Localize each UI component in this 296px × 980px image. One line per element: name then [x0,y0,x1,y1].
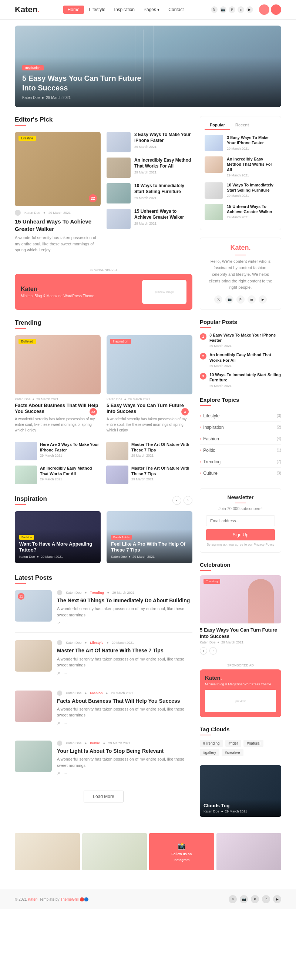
footer-pinterest-icon[interactable]: P [251,895,259,903]
insp-prev-btn[interactable]: ‹ [173,496,181,505]
youtube-icon[interactable]: ▶ [247,6,253,13]
lp-more-icon[interactable]: ··· [63,621,66,625]
ep-num: 22 [89,194,97,202]
footer-twitter-icon[interactable]: 𝕏 [229,895,237,903]
tab-recent[interactable]: Recent [230,121,254,130]
lp-share-icon[interactable]: ↗ [57,721,60,725]
tag-creative[interactable]: #creative [222,749,244,756]
lp-item-4[interactable]: Katen Doe ● Public ● 29 March 2021 Your … [15,741,192,783]
ep-list-item[interactable]: 3 Easy Ways To Make Your iPhone Faster 2… [106,132,192,152]
lp-meta-1: Katen Doe ● Trending ● 29 March 2021 [57,590,192,595]
tag-trending[interactable]: #Trending [200,740,223,747]
topic-culture[interactable]: ›Culture (3) [200,468,281,479]
pp-item-1[interactable]: 1 3 Easy Ways To Make Your iPhone Faster… [200,332,281,348]
sidebar-post[interactable]: An Incredibly Easy Method That Works For… [204,156,276,177]
insta-item-1[interactable] [15,833,80,870]
lp-more-icon[interactable]: ··· [63,771,66,775]
insp-card-1[interactable]: Fashion Want To Have A More Appealing Ta… [15,511,101,563]
trend-card-1[interactable]: Bulleted 22 Katen Doe ● 29 March 2021 Fa… [15,335,101,436]
load-more-button[interactable]: Load More [84,791,123,802]
user-avatar-2[interactable] [271,5,281,15]
sponsored-banner[interactable]: Katen. Minimal Blog & Magazine WordPress… [15,274,192,310]
footer-themegrill-link[interactable]: ThemeGrill [60,897,78,901]
newsletter-title: Newsletter [206,495,275,500]
topic-inspiration[interactable]: ›Inspiration (2) [200,422,281,433]
footer-instagram-icon[interactable]: 📷 [240,895,248,903]
instagram-icon[interactable]: 📷 [220,6,226,13]
nav-contact[interactable]: Contact [165,6,187,14]
pp-item-2[interactable]: 2 An Incredibly Easy Method That Works F… [200,352,281,368]
nav-pages[interactable]: Pages ▾ [140,6,163,14]
site-logo[interactable]: Katen. [15,5,40,14]
topic-politic[interactable]: ›Politic (1) [200,445,281,456]
insta-item-center[interactable]: 📸 Follow us onInstagram [149,833,214,870]
nav-home[interactable]: Home [63,6,84,14]
trend-list-item[interactable]: Here Are 3 Ways To Make Your iPhone Fast… [15,442,101,460]
tag-gallery[interactable]: #gallery [200,749,219,756]
ep-list-item[interactable]: 10 Ways to Immediately Start Selling Fur… [106,183,192,204]
sidebar-post[interactable]: 15 Unheard Ways To Achieve Greater Walke… [204,204,276,220]
newsletter-note: By signing up, you agree to our Privacy … [206,542,275,546]
trend-excerpt-1: A wonderful serenity has taken possessio… [15,416,101,433]
newsletter-email-input[interactable] [206,515,275,526]
ep-featured-card[interactable]: Lifestyle 22 Katen Doe ● 29 March 2021 1… [15,132,101,257]
sidebar-sponsored-preview: preview [205,690,276,712]
cloud-tog-section[interactable]: Clouds Tog Katen Doe ● 29 March 2021 [200,765,281,817]
topic-lifestyle[interactable]: ›Lifestyle (3) [200,410,281,422]
sidebar: Popular Recent 3 Easy Ways To Make Your … [200,116,281,826]
sidebar-post[interactable]: 3 Easy Ways To Make Your iPhone Faster 2… [204,135,276,151]
lp-share-icon[interactable]: ↗ [57,671,60,675]
topic-fashion[interactable]: ›Fashion (4) [200,433,281,445]
about-youtube-icon[interactable]: ▶ [259,296,267,304]
pinterest-icon[interactable]: P [229,6,235,13]
footer-youtube-icon[interactable]: ▶ [273,895,281,903]
trend-list-item[interactable]: Master The Art Of Nature With These 7 Ti… [106,442,192,460]
lp-item-3[interactable]: Katen Doe ● Fashion ● 29 March 2021 Fact… [15,690,192,733]
about-linkedin-icon[interactable]: in [247,296,256,304]
twitter-icon[interactable]: 𝕏 [211,6,218,13]
lp-excerpt-2: A wonderful serenity has taken possessio… [57,656,192,668]
about-twitter-icon[interactable]: 𝕏 [214,296,222,304]
cel-prev-btn[interactable]: ‹ [200,647,207,655]
insta-item-4[interactable] [217,833,282,870]
insp-card-2[interactable]: Fresh Article Feel Like A Pro With The H… [106,511,192,563]
footer-katen-link[interactable]: Katen [28,897,37,901]
nav-lifestyle[interactable]: Lifestyle [85,6,109,14]
user-avatar-1[interactable] [259,5,269,15]
lp-excerpt-1: A wonderful serenity has taken possessio… [57,606,192,618]
lp-item-2[interactable]: Katen Doe ● Lifestyle ● 29 March 2021 Ma… [15,640,192,683]
tag-rider[interactable]: #rider [225,740,242,747]
celebration-card[interactable]: Trending [200,575,281,624]
cel-next-btn[interactable]: › [209,647,217,655]
topic-trending[interactable]: ›Trending (7) [200,456,281,468]
lp-more-icon[interactable]: ··· [63,671,66,675]
about-pinterest-icon[interactable]: P [236,296,245,304]
ep-list-item[interactable]: 15 Unheard Ways to Achieve Greater Walke… [106,209,192,229]
trend-card-2[interactable]: Inspiration 3 Katen Doe ● 29 March 2021 … [106,335,192,436]
lp-share-icon[interactable]: ↗ [57,771,60,775]
linkedin-icon[interactable]: in [237,6,244,13]
tl-title: Here Are 3 Ways To Make Your iPhone Fast… [40,442,101,453]
footer-linkedin-icon[interactable]: in [262,895,270,903]
trend-list-item[interactable]: Master The Art Of Nature With These 7 Ti… [106,466,192,484]
lp-item-1[interactable]: 11 Katen Doe ● Trending ● 29 March 2021 … [15,590,192,633]
lp-title-3: Facts About Business That Will Help You … [57,698,192,704]
lp-share-icon[interactable]: ↗ [57,621,60,625]
pp-item-3[interactable]: 3 10 Ways To Immediately Start Selling F… [200,372,281,388]
about-instagram-icon[interactable]: 📷 [225,296,233,304]
sidebar-sponsored-banner[interactable]: Katen. Minimal Blog & Magazine WordPress… [200,670,281,717]
instagram-follow-text: Follow us onInstagram [171,852,192,862]
lp-more-icon[interactable]: ··· [63,721,66,725]
newsletter-signup-button[interactable]: Sign Up [206,529,275,541]
site-footer: © 2021 Katen. Template by ThemeGrill 🔴🔵 … [0,889,296,909]
insta-item-2[interactable] [82,833,147,870]
trend-list-item[interactable]: An Incredibly Easy Method That Works For… [15,466,101,484]
footer-social: 𝕏 📷 P in ▶ [229,895,281,903]
insp-next-btn[interactable]: › [184,496,192,505]
nav-inspiration[interactable]: Inspiration [111,6,138,14]
sidebar-post[interactable]: 10 Ways To Immediately Start Selling Fur… [204,182,276,199]
tab-popular[interactable]: Popular [204,121,230,130]
tag-natural[interactable]: #natural [244,740,263,747]
hero-tag: Inspiration [22,65,44,70]
ep-list-item[interactable]: An Incredibly Easy Method That Works For… [106,158,192,178]
